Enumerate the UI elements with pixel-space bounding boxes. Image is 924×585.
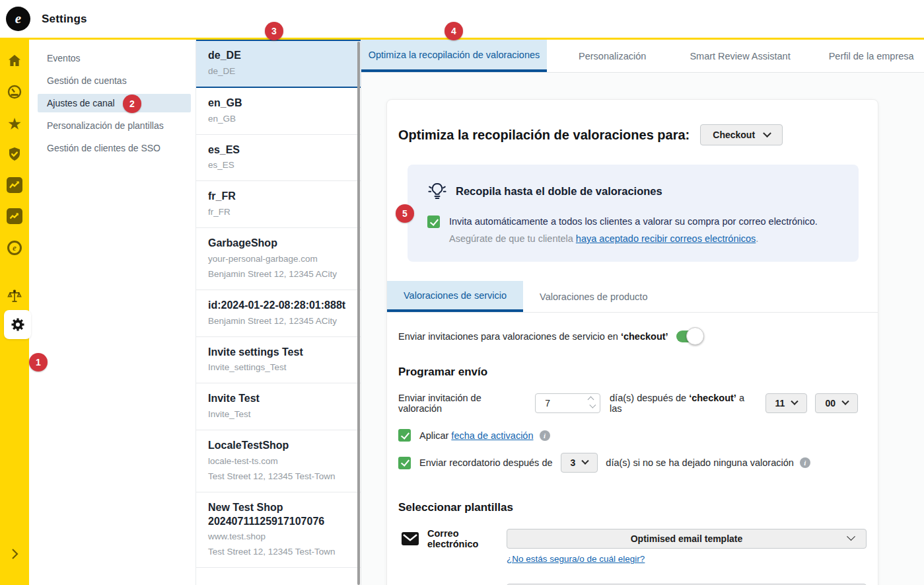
channel-title: de_DE: [208, 49, 347, 63]
channel-subtitle: es_ES: [208, 159, 347, 172]
expand-sidebar-chevron-icon[interactable]: [7, 546, 22, 562]
reviews-chart-icon[interactable]: [7, 177, 22, 193]
chevron-down-icon: [847, 532, 855, 541]
legal-scales-icon[interactable]: [7, 288, 22, 304]
touchpoint-select[interactable]: Checkout: [700, 124, 783, 145]
minute-select[interactable]: 00: [815, 393, 858, 413]
email-icon: [402, 532, 419, 545]
channel-item[interactable]: GarbageShop your-personal-garbage.com Be…: [196, 228, 361, 290]
chevron-down-icon: [582, 457, 589, 465]
hour-select[interactable]: 11: [765, 393, 808, 413]
channel-subtitle: your-personal-garbage.com: [208, 253, 347, 266]
email-template-select[interactable]: Optimised email template: [507, 529, 867, 549]
channel-subtitle: fr_FR: [208, 206, 347, 219]
tab-optimiza-recopilacion[interactable]: Optimiza la recopilación de valoraciones: [361, 40, 547, 72]
shield-check-icon[interactable]: [7, 146, 22, 162]
channel-item[interactable]: New Test Shop 20240711125917107076 www.t…: [196, 492, 361, 568]
channel-item-selected[interactable]: de_DE de_DE: [196, 40, 361, 88]
channel-title: New Test Shop 20240711125917107076: [208, 501, 347, 529]
channel-subtitle: Invite_settings_Test: [208, 361, 347, 374]
info-icon[interactable]: [800, 457, 810, 468]
template-help-link[interactable]: ¿No estás segura/o de cuál elegir?: [507, 554, 645, 564]
etrusted-logo-icon: e: [6, 7, 30, 31]
invite-delay-input[interactable]: [536, 398, 574, 409]
panel-heading: Optimiza la recopilación de valoraciones…: [398, 128, 690, 143]
channel-subtitle: locale-test-ts.com: [208, 455, 347, 468]
menu-item-gestion-cuentas[interactable]: Gestión de cuentas: [29, 71, 195, 90]
activation-date-link[interactable]: fecha de activación: [451, 430, 533, 441]
invite-delay-label: Enviar invitación de valoración: [398, 393, 526, 414]
toggle-knob: [686, 327, 704, 345]
reminder-label-suffix: día(s) si no se ha dejado ninguna valora…: [606, 457, 794, 468]
reminder-days-select[interactable]: 3: [561, 453, 598, 473]
menu-item-clientes-sso[interactable]: Gestión de clientes de SSO: [29, 139, 195, 157]
annotation-badge-5: 5: [396, 204, 414, 223]
star-icon[interactable]: ★: [7, 116, 22, 132]
channel-item[interactable]: es_ES es_ES: [196, 135, 361, 182]
channel-item[interactable]: en_GB en_GB: [196, 88, 361, 135]
channel-item[interactable]: Invite settings Test Invite_settings_Tes…: [196, 337, 361, 384]
consent-text-end: .: [756, 233, 758, 244]
menu-item-ajustes-canal[interactable]: Ajustes de canal: [38, 94, 191, 112]
subtab-valoraciones-servicio[interactable]: Valoraciones de servicio: [387, 281, 523, 312]
activation-date-label: Aplicar fecha de activación: [419, 430, 534, 441]
gear-icon: [10, 317, 26, 332]
email-template-value: Optimised email template: [631, 533, 743, 544]
channel-subtitle: de_DE: [208, 65, 347, 78]
channel-settings-tabs: Optimiza la recopilación de valoraciones…: [361, 40, 924, 73]
settings-menu: Eventos Gestión de cuentas Ajustes de ca…: [29, 40, 196, 585]
templates-heading: Seleccionar plantillas: [398, 501, 858, 514]
channel-title: fr_FR: [208, 190, 347, 204]
optimization-panel: Optimiza la recopilación de valoraciones…: [386, 99, 878, 585]
rail-logo-letter: e: [13, 243, 17, 253]
channel-subtitle: www.test.shop: [208, 530, 347, 543]
touchpoint-select-value: Checkout: [713, 130, 755, 140]
menu-item-personalizacion-plantillas[interactable]: Personalización de plantillas: [29, 116, 195, 135]
settings-gear-active[interactable]: [4, 310, 31, 339]
channel-list-scrollbar[interactable]: [357, 42, 360, 585]
channel-item[interactable]: fr_FR fr_FR: [196, 181, 361, 228]
subtab-valoraciones-producto[interactable]: Valoraciones de producto: [523, 281, 664, 312]
tab-smart-review-assistant[interactable]: Smart Review Assistant: [690, 40, 790, 72]
performance-chart-icon[interactable]: [7, 208, 22, 224]
invite-delay-suffix: día(s) después de ‘checkout’ a las: [610, 393, 758, 414]
send-invites-label: Enviar invitaciones para valoraciones de…: [398, 331, 668, 342]
channel-address: Test Street 12, 12345 Test-Town: [208, 470, 347, 483]
channel-title: Invite settings Test: [208, 346, 347, 360]
channel-address: Benjamin Street 12, 12345 ACity: [208, 268, 347, 281]
invite-delay-stepper[interactable]: [535, 393, 600, 413]
schedule-heading: Programar envío: [398, 366, 858, 379]
channel-address: Test Street 12, 12345 Test-Town: [208, 545, 347, 559]
send-invites-toggle[interactable]: [676, 331, 701, 342]
chevron-down-icon: [841, 398, 849, 405]
brand-divider: [0, 38, 924, 40]
auto-invite-checkbox[interactable]: [427, 215, 440, 228]
page-title: Settings: [42, 13, 87, 26]
info-icon[interactable]: [540, 430, 550, 441]
activation-date-checkbox[interactable]: [398, 429, 411, 442]
consent-link[interactable]: haya aceptado recibir correos electrónic…: [576, 233, 756, 244]
channel-title: GarbageShop: [208, 237, 347, 251]
email-template-label: Correo electrónico: [427, 528, 507, 549]
tab-personalizacion[interactable]: Personalización: [579, 40, 646, 72]
tab-perfil-empresa[interactable]: Perfil de la empresa: [829, 40, 914, 72]
channel-list: de_DE de_DE en_GB en_GB es_ES es_ES fr_F…: [196, 40, 361, 585]
chevron-down-icon: [791, 398, 799, 405]
stepper-arrows-icon[interactable]: [588, 397, 593, 409]
channel-title: es_ES: [208, 143, 347, 157]
channel-title: id:2024-01-22-08:28:01:888t: [208, 299, 347, 313]
annotation-badge-1: 1: [29, 353, 48, 371]
reminder-label-prefix: Enviar recordatorio después de: [419, 457, 553, 468]
annotation-badge-3: 3: [265, 22, 283, 40]
channel-address: Benjamin Street 12, 12345 ACity: [208, 315, 347, 328]
channel-item[interactable]: LocaleTestShop locale-test-ts.com Test S…: [196, 430, 361, 492]
channel-item[interactable]: Invite Test Invite_Test: [196, 383, 361, 430]
channel-title: en_GB: [208, 97, 347, 110]
etrusted-rail-icon[interactable]: e: [7, 240, 22, 256]
reminder-checkbox[interactable]: [398, 457, 411, 469]
channel-item[interactable]: id:2024-01-22-08:28:01:888t Benjamin Str…: [196, 290, 361, 337]
info-box-line1: Invita automáticamente a todos los clien…: [449, 215, 818, 229]
gauge-icon[interactable]: [7, 84, 22, 100]
home-icon[interactable]: [7, 53, 22, 69]
menu-item-eventos[interactable]: Eventos: [29, 49, 195, 67]
